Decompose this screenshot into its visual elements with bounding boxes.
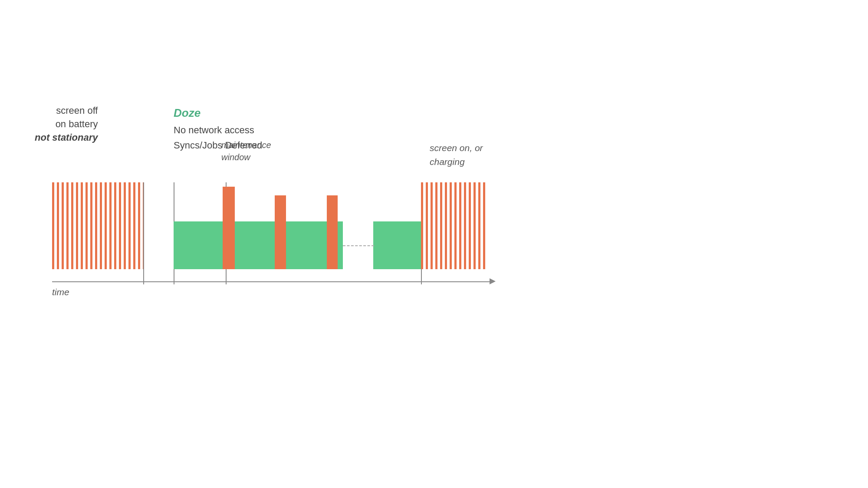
green-bar-doze-1	[174, 221, 343, 269]
maint-bar-3	[327, 195, 338, 269]
x-axis	[52, 281, 490, 282]
striped-bar-pre-doze	[52, 182, 143, 269]
maint-bar-2	[275, 195, 286, 269]
time-label: time	[52, 287, 69, 297]
x-axis-arrow	[490, 278, 496, 284]
timeline-area: time	[26, 182, 503, 282]
maintenance-window-label: maintenance window	[221, 139, 271, 163]
green-bar-doze-2	[373, 221, 421, 269]
screen-off-label: screen off on battery not stationary	[35, 104, 98, 144]
striped-bar-post-doze	[421, 182, 486, 269]
dotted-line	[343, 245, 374, 246]
vline-1	[143, 182, 144, 284]
screen-on-label: screen on, or charging	[430, 141, 483, 168]
maint-bar-1	[223, 187, 235, 269]
